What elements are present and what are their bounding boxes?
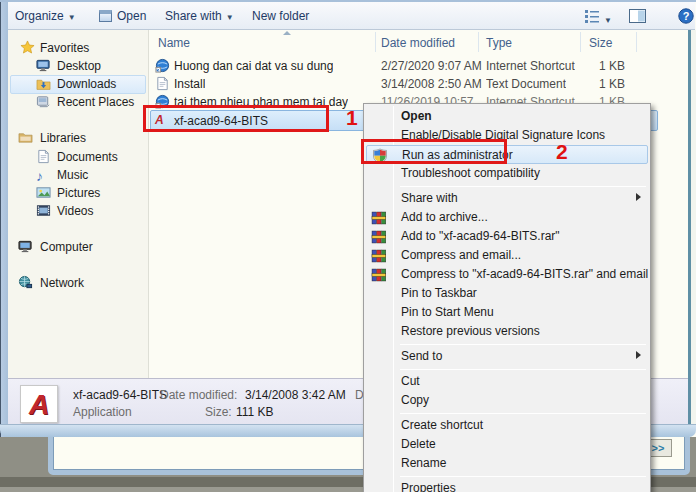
menu-separator <box>400 369 646 370</box>
open-button[interactable]: Open <box>99 8 146 25</box>
menu-item-rename[interactable]: Rename <box>366 454 648 473</box>
network-globe-icon <box>18 275 33 290</box>
file-date: 2/27/2020 9:07 AM <box>381 57 482 75</box>
sidebar-item-label: Favorites <box>40 39 89 57</box>
column-header-type[interactable]: Type <box>486 36 512 50</box>
annotation-box-1 <box>143 105 329 132</box>
details-date-value: 3/14/2008 3:42 AM <box>245 388 346 402</box>
text-file-icon <box>155 76 170 91</box>
menu-separator <box>400 476 646 477</box>
file-name: Huong dan cai dat va su dung <box>174 57 333 75</box>
menu-item-add-to-named-rar[interactable]: Add to "xf-acad9-64-BITS.rar" <box>366 227 648 246</box>
details-file-type: Application <box>73 405 132 419</box>
preview-pane-button[interactable] <box>629 9 646 26</box>
menu-label: Share with <box>401 189 458 208</box>
menu-separator <box>400 344 646 345</box>
new-folder-label: New folder <box>252 9 309 23</box>
svg-text:?: ? <box>683 10 690 22</box>
column-divider[interactable] <box>478 32 479 52</box>
chevron-down-icon: ▼ <box>604 16 612 25</box>
menu-item-open[interactable]: Open <box>366 107 648 126</box>
file-type: Text Document <box>486 75 566 93</box>
menu-item-compress-and-email[interactable]: Compress and email... <box>366 246 648 265</box>
menu-label: Restore previous versions <box>401 322 540 341</box>
winrar-icon <box>371 267 387 283</box>
submenu-arrow-icon <box>636 193 641 201</box>
menu-item-create-shortcut[interactable]: Create shortcut <box>366 416 648 435</box>
menu-label: Add to "xf-acad9-64-BITS.rar" <box>401 227 560 246</box>
menu-label: Copy <box>401 391 429 410</box>
open-label: Open <box>117 9 146 23</box>
organize-label: Organize <box>15 9 64 23</box>
sidebar-item-label: Videos <box>57 202 93 220</box>
menu-item-pin-to-taskbar[interactable]: Pin to Taskbar <box>366 284 648 303</box>
star-icon <box>20 40 35 55</box>
column-header-size[interactable]: Size <box>589 36 612 50</box>
menu-item-copy[interactable]: Copy <box>366 391 648 410</box>
help-icon: ? <box>678 8 694 24</box>
menu-label: Compress to "xf-acad9-64-BITS.rar" and e… <box>401 265 648 284</box>
music-note-icon: ♪ <box>36 167 51 182</box>
menu-label: Troubleshoot compatibility <box>401 164 540 183</box>
file-size: 1 KB <box>580 57 625 75</box>
column-header-name[interactable]: Name <box>158 36 190 50</box>
share-with-button[interactable]: Share with▼ <box>165 8 234 25</box>
menu-separator <box>400 186 646 187</box>
menu-label: Rename <box>401 454 446 473</box>
list-view-icon <box>584 9 600 23</box>
menu-separator <box>400 413 646 414</box>
column-header-date-modified[interactable]: Date modified <box>381 36 455 50</box>
autocad-letter: A <box>29 389 49 420</box>
menu-label: Create shortcut <box>401 416 483 435</box>
menu-item-pin-to-start-menu[interactable]: Pin to Start Menu <box>366 303 648 322</box>
column-divider[interactable] <box>636 32 637 52</box>
menu-label: Pin to Taskbar <box>401 284 477 303</box>
menu-label: Cut <box>401 372 420 391</box>
menu-item-delete[interactable]: Delete <box>366 435 648 454</box>
help-button[interactable]: ? <box>678 8 694 25</box>
picture-icon <box>36 185 51 200</box>
menu-item-properties[interactable]: Properties <box>366 479 648 492</box>
file-row[interactable]: Install 3/14/2008 2:50 AM Text Document … <box>0 75 688 93</box>
annotation-number-1: 1 <box>346 106 358 130</box>
organize-button[interactable]: Organize▼ <box>15 8 76 25</box>
file-name: Install <box>174 75 205 93</box>
chevron-down-icon: ▼ <box>226 13 234 22</box>
menu-label: Pin to Start Menu <box>401 303 494 322</box>
new-folder-button[interactable]: New folder <box>252 8 309 25</box>
file-date: 3/14/2008 2:50 AM <box>381 75 482 93</box>
menu-item-troubleshoot-compatibility[interactable]: Troubleshoot compatibility <box>366 164 648 183</box>
file-type: Internet Shortcut <box>486 57 575 75</box>
menu-label: Properties <box>401 479 456 492</box>
preview-pane-icon <box>629 9 646 23</box>
sidebar-item-label: Music <box>57 166 88 184</box>
menu-label: Open <box>401 107 432 126</box>
change-view-button[interactable]: ▼ <box>584 9 612 26</box>
winrar-icon <box>371 229 387 245</box>
sidebar-item-label: Network <box>40 274 84 292</box>
menu-label: Delete <box>401 435 436 454</box>
details-size-label: Size: <box>205 405 232 419</box>
menu-item-cut[interactable]: Cut <box>366 372 648 391</box>
menu-label: Send to <box>401 347 442 366</box>
menu-item-restore-previous-versions[interactable]: Restore previous versions <box>366 322 648 341</box>
column-divider[interactable] <box>375 32 376 52</box>
annotation-box-2 <box>361 139 507 164</box>
window-frame-left <box>0 0 8 437</box>
window-frame-top <box>0 0 696 2</box>
menu-item-share-with[interactable]: Share with <box>366 189 648 208</box>
command-bar: Organize▼ Open Share with▼ New folder ▼ <box>1 2 695 30</box>
menu-item-compress-to-named-rar-and-email[interactable]: Compress to "xf-acad9-64-BITS.rar" and e… <box>366 265 648 284</box>
computer-icon <box>18 239 33 254</box>
internet-shortcut-icon <box>155 58 170 73</box>
menu-item-add-to-archive[interactable]: Add to archive... <box>366 208 648 227</box>
submenu-arrow-icon <box>636 351 641 359</box>
menu-item-send-to[interactable]: Send to <box>366 347 648 366</box>
file-row[interactable]: Huong dan cai dat va su dung 2/27/2020 9… <box>0 57 688 75</box>
chevron-down-icon: ▼ <box>68 13 76 22</box>
document-icon <box>36 149 51 164</box>
libraries-icon <box>18 130 33 145</box>
sort-ascending-icon <box>283 31 291 35</box>
open-app-icon <box>99 10 112 22</box>
column-divider[interactable] <box>580 32 581 52</box>
